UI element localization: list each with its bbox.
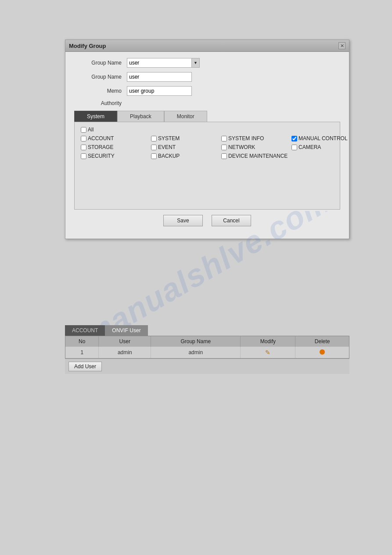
account-footer: Add User (65, 359, 349, 374)
checkbox-device-maintenance-input[interactable] (221, 153, 227, 159)
memo-label: Memo (74, 88, 127, 94)
group-name-select[interactable]: user (127, 58, 192, 68)
cancel-button[interactable]: Cancel (212, 215, 251, 226)
memo-row: Memo (74, 86, 340, 96)
checkbox-camera-label: CAMERA (298, 144, 321, 150)
checkbox-backup-label: BACKUP (158, 153, 180, 159)
table-header-row: No User Group Name Modify Delete (65, 336, 349, 347)
account-section: ACCOUNT ONVIF User No User Group Name Mo… (65, 325, 349, 374)
tab-monitor[interactable]: Monitor (164, 111, 207, 122)
select-arrow-icon[interactable]: ▼ (192, 58, 200, 68)
dialog-body: Group Name user ▼ Group Name Memo (65, 52, 349, 239)
checkbox-row-3: SECURITY BACKUP DEVICE MAINTENANCE (81, 153, 334, 159)
group-name-input-row: Group Name (74, 72, 340, 82)
memo-input[interactable] (127, 86, 192, 96)
save-button[interactable]: Save (163, 215, 203, 226)
cell-group-name: admin (151, 347, 241, 358)
col-header-delete: Delete (295, 336, 349, 347)
cell-modify[interactable]: ✎ (241, 347, 295, 358)
checkbox-camera-input[interactable] (291, 145, 297, 150)
checkbox-network[interactable]: NETWORK (221, 144, 278, 150)
checkbox-manual-control[interactable]: MANUAL CONTROL (291, 135, 349, 141)
checkbox-all[interactable]: All (81, 127, 138, 133)
account-tab-onvif-user[interactable]: ONVIF User (105, 325, 147, 336)
checkbox-account[interactable]: ACCOUNT (81, 135, 138, 141)
checkbox-camera[interactable]: CAMERA (291, 144, 349, 150)
checkbox-row-all: All (81, 127, 334, 133)
checkbox-event[interactable]: EVENT (151, 144, 208, 150)
tab-system[interactable]: System (74, 111, 117, 122)
table-row: 1 admin admin ✎ (65, 347, 349, 358)
dialog-buttons: Save Cancel (74, 210, 340, 232)
col-header-group-name: Group Name (151, 336, 241, 347)
checkbox-device-maintenance[interactable]: DEVICE MAINTENANCE (221, 153, 288, 159)
checkbox-system-info-label: SYSTEM INFO (228, 135, 264, 141)
checkbox-manual-control-label: MANUAL CONTROL (298, 135, 348, 141)
checkbox-all-label: All (88, 127, 94, 133)
checkbox-event-input[interactable] (151, 145, 157, 150)
group-name-select-label: Group Name (74, 60, 127, 66)
checkbox-manual-control-input[interactable] (291, 136, 297, 141)
account-table: No User Group Name Modify Delete 1 admin… (65, 336, 349, 358)
tabs-row: System Playback Monitor (74, 111, 340, 122)
checkbox-network-label: NETWORK (228, 144, 255, 150)
group-name-select-row: Group Name user ▼ (74, 58, 340, 68)
tab-playback[interactable]: Playback (117, 111, 164, 122)
account-table-wrapper: No User Group Name Modify Delete 1 admin… (65, 336, 349, 359)
checkbox-system-info-input[interactable] (221, 136, 227, 141)
add-user-button[interactable]: Add User (68, 362, 102, 371)
checkbox-system[interactable]: SYSTEM (151, 135, 208, 141)
group-name-input-label: Group Name (74, 74, 127, 80)
dialog-title: Modify Group (69, 43, 106, 49)
checkbox-event-label: EVENT (158, 144, 176, 150)
authority-label: Authority (74, 100, 127, 106)
checkbox-system-label: SYSTEM (158, 135, 180, 141)
checkbox-account-label: ACCOUNT (88, 135, 114, 141)
cell-no: 1 (65, 347, 99, 358)
checkbox-storage-input[interactable] (81, 145, 86, 150)
col-header-modify: Modify (241, 336, 295, 347)
dialog-container: Modify Group ✕ Group Name user ▼ Group N… (65, 40, 349, 239)
checkbox-row-1: ACCOUNT SYSTEM SYSTEM INFO (81, 135, 334, 141)
tab-content-system: All ACCOUNT SYSTEM (74, 122, 340, 210)
authority-section: System Playback Monitor All (74, 111, 340, 210)
account-tab-account[interactable]: ACCOUNT (65, 325, 105, 336)
dialog-titlebar: Modify Group ✕ (65, 40, 349, 52)
checkbox-security[interactable]: SECURITY (81, 153, 138, 159)
delete-icon[interactable] (320, 349, 325, 355)
checkbox-storage-label: STORAGE (88, 144, 113, 150)
checkbox-device-maintenance-label: DEVICE MAINTENANCE (228, 153, 288, 159)
group-name-input[interactable] (127, 72, 192, 82)
checkbox-row-2: STORAGE EVENT NETWORK (81, 144, 334, 150)
checkbox-all-input[interactable] (81, 127, 86, 133)
checkbox-grid: All ACCOUNT SYSTEM (81, 127, 334, 159)
checkbox-security-input[interactable] (81, 153, 86, 159)
cell-delete[interactable] (295, 347, 349, 358)
col-header-user: User (99, 336, 151, 347)
checkbox-backup-input[interactable] (151, 153, 157, 159)
checkbox-storage[interactable]: STORAGE (81, 144, 138, 150)
checkbox-system-input[interactable] (151, 136, 157, 141)
cell-user: admin (99, 347, 151, 358)
col-header-no: No (65, 336, 99, 347)
checkbox-account-input[interactable] (81, 136, 86, 141)
modify-icon[interactable]: ✎ (265, 349, 270, 356)
close-button[interactable]: ✕ (338, 42, 345, 49)
checkbox-backup[interactable]: BACKUP (151, 153, 208, 159)
checkbox-system-info[interactable]: SYSTEM INFO (221, 135, 278, 141)
authority-row: Authority (74, 100, 340, 106)
modify-group-dialog: Modify Group ✕ Group Name user ▼ Group N… (65, 40, 349, 239)
account-tabs-row: ACCOUNT ONVIF User (65, 325, 349, 336)
checkbox-security-label: SECURITY (88, 153, 115, 159)
checkbox-network-input[interactable] (221, 145, 227, 150)
group-name-select-wrapper: user ▼ (127, 58, 200, 68)
